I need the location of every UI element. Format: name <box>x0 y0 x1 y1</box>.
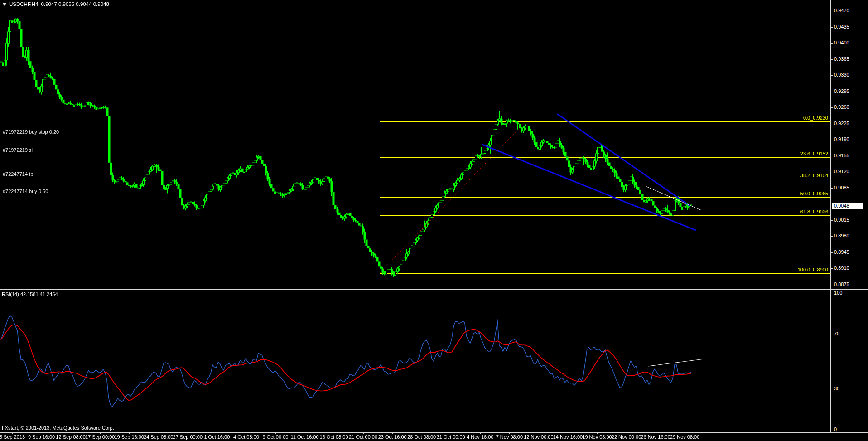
price-tick-label: 0.8910 <box>834 265 849 271</box>
time-tick-label: 12 Nov 00:00 <box>524 434 553 440</box>
order-line-label[interactable]: #72247714 tp <box>3 171 33 177</box>
rsi-tick-mark <box>831 334 833 334</box>
time-tick-label: 19 Nov 08:00 <box>582 434 612 440</box>
order-line-label[interactable]: #71972219 sl <box>3 147 33 153</box>
title-divider <box>0 8 830 8</box>
rsi-tick-label: 70 <box>834 331 839 336</box>
price-tick-mark <box>831 43 833 44</box>
chevron-down-icon[interactable] <box>3 3 6 6</box>
rsi-tick-label: 30 <box>834 386 839 391</box>
price-tick-label: 0.8945 <box>834 249 849 255</box>
time-tick-label: 27 Sep 00:00 <box>173 434 203 440</box>
price-tick-mark <box>831 92 833 92</box>
time-tick-label: 21 Oct 00:00 <box>349 434 377 440</box>
time-tick-label: 5 Sep 2013 <box>0 434 25 440</box>
time-axis[interactable]: 5 Sep 20139 Sep 16:0012 Sep 08:0017 Sep … <box>0 433 868 441</box>
time-tick-label: 19 Sep 16:00 <box>114 434 144 440</box>
price-tick-label: 0.9400 <box>834 40 849 45</box>
copyright-credit: FXstart, © 2001-2013, MetaQuotes Softwar… <box>2 425 114 431</box>
left-border <box>0 0 0 432</box>
price-tick-mark <box>831 236 833 237</box>
time-tick-label: 12 Sep 08:00 <box>56 434 85 440</box>
time-tick-label: 14 Nov 16:00 <box>553 434 583 440</box>
price-tick-label: 0.9085 <box>834 185 849 190</box>
price-tick-mark <box>831 11 833 11</box>
price-tick-label: 0.9365 <box>834 56 849 62</box>
order-line-label[interactable]: #72247714 buy 0.50 <box>3 189 48 194</box>
fib-level-label[interactable]: 61.8_0.9026 <box>800 209 828 215</box>
price-tick-mark <box>831 252 833 253</box>
time-tick-label: 31 Oct 00:00 <box>437 434 465 440</box>
price-tick-label: 0.9295 <box>834 88 849 94</box>
order-line-label[interactable]: #71972219 buy stop 0.20 <box>3 129 59 135</box>
time-tick-label: 9 Sep 16:00 <box>28 434 55 440</box>
time-tick-label: 11 Oct 16:00 <box>290 434 318 440</box>
price-tick-mark <box>831 140 833 140</box>
price-chart-canvas[interactable] <box>0 0 830 289</box>
price-tick-mark <box>831 285 833 285</box>
time-tick-label: 1 Oct 16:00 <box>204 434 230 440</box>
price-tick-mark <box>831 124 833 124</box>
time-tick-label: 9 Oct 00:00 <box>263 434 289 440</box>
price-tick-label: 0.9015 <box>834 217 849 223</box>
time-tick-label: 4 Nov 16:00 <box>467 434 493 440</box>
rsi-tick-label: 0 <box>834 426 837 432</box>
price-tick-mark <box>831 268 833 269</box>
price-axis[interactable]: 0.94700.94350.94000.93650.93300.92950.92… <box>831 0 868 432</box>
price-tick-label: 0.8875 <box>834 281 849 287</box>
time-tick-label: 23 Oct 16:00 <box>378 434 407 440</box>
price-tick-mark <box>831 188 833 189</box>
time-tick-label: 28 Oct 08:00 <box>407 434 436 440</box>
time-tick-label: 29 Nov 08:00 <box>670 434 699 440</box>
price-tick-mark <box>831 107 833 108</box>
price-tick-label: 0.9470 <box>834 8 849 13</box>
time-tick-label: 4 Oct 08:00 <box>233 434 259 440</box>
current-price-box: 0.9048 <box>832 203 863 209</box>
time-tick-label: 26 Nov 16:00 <box>641 434 670 440</box>
price-tick-mark <box>831 156 833 156</box>
rsi-indicator-canvas[interactable] <box>0 290 830 432</box>
price-tick-label: 0.9435 <box>834 24 849 29</box>
fib-level-label[interactable]: 23.6_0.9152 <box>800 151 828 157</box>
time-tick-label: 22 Nov 00:00 <box>612 434 641 440</box>
price-tick-label: 0.9120 <box>834 169 849 174</box>
time-tick-label: 16 Oct 08:00 <box>320 434 348 440</box>
price-tick-mark <box>831 75 833 76</box>
price-tick-mark <box>831 27 833 28</box>
price-tick-label: 0.9225 <box>834 121 849 126</box>
ohlc-values: 0.9047 0.9055 0.9044 0.9048 <box>41 1 109 7</box>
price-tick-mark <box>831 172 833 172</box>
rsi-indicator-label: RSI(14) 42.1581 41.2454 <box>2 291 58 297</box>
fib-level-label[interactable]: 0.0_0.9230 <box>803 115 828 121</box>
time-tick-label: 24 Sep 08:00 <box>144 434 173 440</box>
rsi-tick-label: 100 <box>834 290 842 296</box>
price-tick-mark <box>831 220 833 221</box>
fib-level-label[interactable]: 100.0_0.8900 <box>798 267 828 273</box>
price-tick-label: 0.9260 <box>834 104 849 110</box>
chart-title: USDCHF,H4 0.9047 0.9055 0.9044 0.9048 <box>3 1 109 7</box>
panel-splitter[interactable] <box>0 289 868 290</box>
fib-level-label[interactable]: 38.2_0.9104 <box>800 173 828 179</box>
axis-border <box>830 0 831 432</box>
symbol-period-label: USDCHF,H4 <box>9 1 39 7</box>
price-tick-label: 0.9330 <box>834 72 849 78</box>
fib-level-label[interactable]: 50.0_0.9065 <box>800 191 828 197</box>
time-tick-label: 17 Sep 00:00 <box>85 434 115 440</box>
price-tick-label: 0.9190 <box>834 136 849 142</box>
mt4-chart-window: USDCHF,H4 0.9047 0.9055 0.9044 0.9048 #7… <box>0 0 868 441</box>
price-tick-mark <box>831 59 833 60</box>
price-tick-label: 0.9155 <box>834 153 849 158</box>
price-tick-label: 0.8980 <box>834 233 849 238</box>
time-tick-label: 7 Nov 08:00 <box>496 434 523 440</box>
rsi-tick-mark <box>831 389 833 389</box>
